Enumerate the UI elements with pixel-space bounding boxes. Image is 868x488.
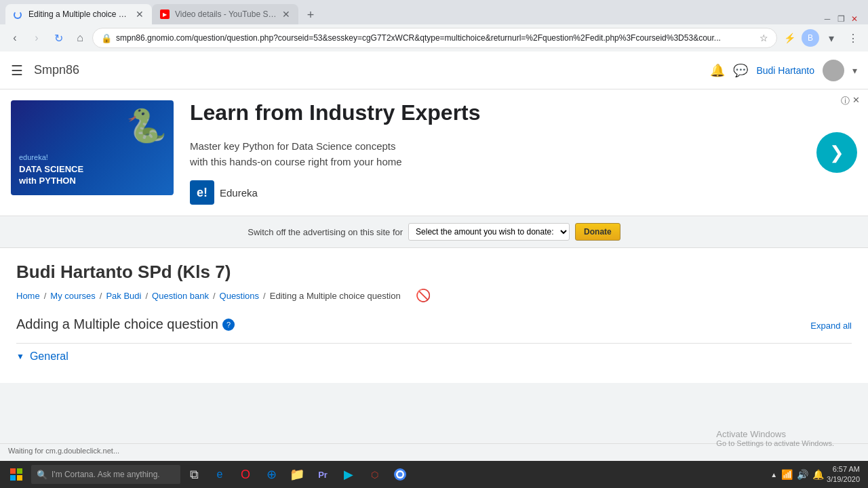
tab1-label: Editing a Multiple choice questio xyxy=(28,9,130,19)
general-label: General xyxy=(30,350,68,363)
ad-info-icon[interactable]: ⓘ xyxy=(841,95,850,107)
donate-label: Switch off the advertising on this site … xyxy=(248,227,403,237)
site-name: Smpn86 xyxy=(34,63,79,77)
donate-amount-select[interactable]: Select the amount you wish to donate: $1… xyxy=(408,223,570,241)
taskbar-premiere-icon[interactable]: Pr xyxy=(311,462,335,487)
taskbar-dmg-icon[interactable]: ⬡ xyxy=(362,462,387,487)
browser-window: Editing a Multiple choice questio ✕ ▶ Vi… xyxy=(0,0,868,52)
search-icon: 🔍 xyxy=(37,470,47,480)
tab2-label: Video details - YouTube Studio xyxy=(175,9,277,19)
form-section: Adding a Multiple choice question ? Expa… xyxy=(0,303,868,383)
taskbar-opera-icon[interactable]: O xyxy=(233,462,258,487)
task-view-button[interactable]: ⧉ xyxy=(182,462,206,487)
breadcrumb-sep-5: / xyxy=(263,291,266,301)
ad-banner: ⓘ ✕ edureka! DATA SCIENCE with PYTHON 🐍 … xyxy=(0,89,868,216)
breadcrumb-sep-4: / xyxy=(213,291,216,301)
reload-button[interactable]: ↻ xyxy=(49,28,68,47)
user-profile-avatar[interactable] xyxy=(823,60,844,81)
breadcrumb-sep-2: / xyxy=(100,291,102,301)
ad-close-icon[interactable]: ✕ xyxy=(852,95,860,107)
notification-bell[interactable]: 🔔 xyxy=(710,63,725,78)
page-title-area: Budi Hartanto SPd (Kls 7) Home / My cour… xyxy=(0,248,868,303)
svg-rect-3 xyxy=(17,475,22,481)
extensions-icon[interactable]: ⚡ xyxy=(780,28,799,47)
svg-rect-2 xyxy=(10,475,16,481)
status-text: Waiting for cm.g.doubleclick.net... xyxy=(8,447,119,455)
taskbar-edge-icon[interactable]: ⊕ xyxy=(259,462,283,487)
home-button[interactable]: ⌂ xyxy=(71,28,90,47)
page-content: ☰ Smpn86 🔔 💬 Budi Hartanto ▾ ⓘ ✕ edureka… xyxy=(0,52,868,443)
edureka-name: Edureka xyxy=(220,187,258,199)
new-tab-button[interactable]: + xyxy=(301,5,320,24)
cortana-placeholder: I'm Cortana. Ask me anything. xyxy=(52,470,160,479)
breadcrumb-mycourses[interactable]: My courses xyxy=(50,291,95,301)
ad-arrow-button[interactable]: ❯ xyxy=(816,132,857,173)
page-title: Budi Hartanto SPd (Kls 7) xyxy=(16,262,852,283)
breadcrumb-current: Editing a Multiple choice question xyxy=(270,291,401,301)
message-icon[interactable]: 💬 xyxy=(733,63,748,78)
ad-image: edureka! DATA SCIENCE with PYTHON 🐍 xyxy=(11,100,174,195)
username-link[interactable]: Budi Hartanto xyxy=(756,65,814,76)
user-avatar[interactable]: B xyxy=(802,29,819,47)
windows-taskbar: 🔍 I'm Cortana. Ask me anything. ⧉ e O ⊕ … xyxy=(0,461,868,488)
edureka-logo: e! xyxy=(190,180,214,205)
breadcrumb-questions[interactable]: Questions xyxy=(220,291,260,301)
breadcrumb-questionbank[interactable]: Question bank xyxy=(152,291,209,301)
back-button[interactable]: ‹ xyxy=(5,28,24,47)
donate-button[interactable]: Donate xyxy=(575,223,620,241)
address-text: smpn86.gnomio.com/question/question.php?… xyxy=(116,33,755,43)
ad-image-title: DATA SCIENCE with PYTHON xyxy=(19,164,83,187)
tab2-favicon: ▶ xyxy=(160,9,170,19)
donate-bar: Switch off the advertising on this site … xyxy=(0,216,868,248)
form-info-icon[interactable]: ? xyxy=(222,319,235,331)
user-dropdown-arrow[interactable]: ▾ xyxy=(852,65,857,76)
nav-bar: ‹ › ↻ ⌂ 🔒 smpn86.gnomio.com/question/que… xyxy=(0,24,868,52)
svg-rect-0 xyxy=(10,468,16,474)
ad-text-content: Learn from Industry Experts Master key P… xyxy=(174,100,816,205)
svg-point-6 xyxy=(398,472,403,477)
ad-logo-text: edureka! xyxy=(19,153,48,161)
dropdown-icon[interactable]: ▾ xyxy=(822,28,841,47)
no-entry-icon: 🚫 xyxy=(416,288,431,303)
breadcrumb-home[interactable]: Home xyxy=(16,291,40,301)
browser-status-bar: Waiting for cm.g.doubleclick.net... xyxy=(0,443,868,457)
tabs-bar: Editing a Multiple choice questio ✕ ▶ Vi… xyxy=(0,0,868,24)
breadcrumb: Home / My courses / Pak Budi / Question … xyxy=(16,288,852,303)
taskbar-clock[interactable]: 6:57 AM 3/19/2020 xyxy=(827,464,860,485)
tab1-favicon xyxy=(14,9,23,19)
taskbar-network-icon: 📶 xyxy=(781,469,793,480)
maximize-button[interactable]: ❐ xyxy=(835,14,846,24)
general-section[interactable]: ▼ General xyxy=(16,343,852,369)
lock-icon: 🔒 xyxy=(101,33,112,43)
close-window-button[interactable]: ✕ xyxy=(849,14,860,24)
tab-1[interactable]: Editing a Multiple choice questio ✕ xyxy=(5,4,152,24)
taskbar-ie-icon[interactable]: e xyxy=(208,462,232,487)
taskbar-chrome-icon[interactable] xyxy=(388,462,412,487)
general-arrow: ▼ xyxy=(16,352,24,361)
expand-all-link[interactable]: Expand all xyxy=(810,321,852,331)
breadcrumb-pakbudi[interactable]: Pak Budi xyxy=(106,291,141,301)
tab1-close[interactable]: ✕ xyxy=(136,9,144,20)
ad-description: Master key Python for Data Science conce… xyxy=(190,139,800,169)
forward-button[interactable]: › xyxy=(27,28,46,47)
taskbar-arrow-icon[interactable]: ▲ xyxy=(770,471,777,479)
minimize-button[interactable]: ─ xyxy=(822,14,833,24)
taskbar-volume-icon: 🔊 xyxy=(797,469,808,480)
taskbar-media-icon[interactable]: ▶ xyxy=(336,462,361,487)
taskbar-explorer-icon[interactable]: 📁 xyxy=(285,462,309,487)
tab2-close[interactable]: ✕ xyxy=(282,9,290,20)
cortana-search[interactable]: 🔍 I'm Cortana. Ask me anything. xyxy=(31,465,180,484)
python-icon: 🐍 xyxy=(126,107,167,145)
form-heading: Adding a Multiple choice question ? xyxy=(16,317,235,332)
site-header: ☰ Smpn86 🔔 💬 Budi Hartanto ▾ xyxy=(0,52,868,89)
menu-icon[interactable]: ⋮ xyxy=(844,28,863,47)
svg-rect-1 xyxy=(17,468,22,474)
start-button[interactable] xyxy=(3,461,30,488)
hamburger-menu[interactable]: ☰ xyxy=(11,62,23,79)
taskbar-notification-icon[interactable]: 🔔 xyxy=(812,469,824,480)
taskbar-sys-icons: ▲ 📶 🔊 🔔 xyxy=(770,469,824,480)
address-bar[interactable]: 🔒 smpn86.gnomio.com/question/question.ph… xyxy=(92,28,777,48)
tab-2[interactable]: ▶ Video details - YouTube Studio ✕ xyxy=(152,4,298,24)
bookmark-icon[interactable]: ☆ xyxy=(760,33,768,43)
breadcrumb-sep-1: / xyxy=(44,291,47,301)
